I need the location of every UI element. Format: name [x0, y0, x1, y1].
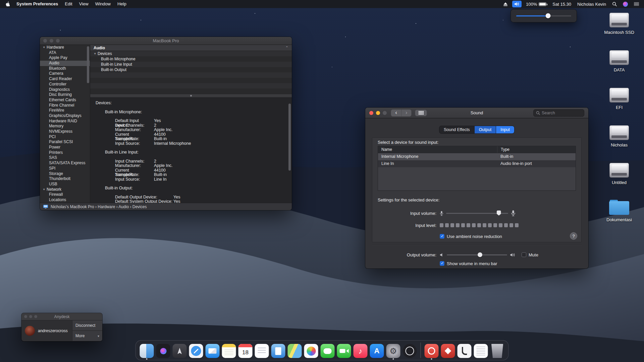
output-volume-knob[interactable]: [478, 252, 482, 257]
eject-menu-item[interactable]: [500, 0, 511, 8]
dock-icon-anydesk[interactable]: [425, 344, 439, 358]
close-button[interactable]: [24, 315, 27, 318]
sidebar-section-network[interactable]: ▼Network: [40, 187, 90, 192]
close-button[interactable]: [43, 39, 47, 43]
desktop-icon-nicholas[interactable]: Nicholas: [599, 125, 639, 147]
column-header-type[interactable]: Type: [497, 146, 576, 153]
input-volume-slider[interactable]: [446, 213, 508, 214]
dock-icon-music[interactable]: [354, 344, 368, 358]
dock-icon-clock[interactable]: [403, 344, 417, 358]
dock-icon-hook-tool[interactable]: [458, 344, 472, 358]
dock-icon-pages[interactable]: [271, 344, 285, 358]
volume-popover-slider[interactable]: [516, 15, 571, 16]
panel-header-audio[interactable]: Audio ⌃: [90, 45, 292, 51]
menu-window[interactable]: Window: [92, 0, 114, 8]
sidebar-item-card-reader[interactable]: Card Reader: [40, 76, 90, 82]
desktop-icon-macintosh-ssd[interactable]: Macintosh SSD: [599, 13, 639, 35]
sidebar-item-locations[interactable]: Locations: [40, 197, 90, 203]
sidebar-item-hardware-raid[interactable]: Hardware RAID: [40, 119, 90, 124]
search-input[interactable]: [542, 111, 582, 115]
table-row-internal-microphone[interactable]: Internal Microphone Built-in: [378, 153, 576, 160]
dock-icon-textedit[interactable]: [474, 344, 488, 358]
minimize-button[interactable]: [50, 39, 53, 43]
dock-icon-reminders[interactable]: [255, 344, 269, 358]
sidebar-item-bluetooth[interactable]: Bluetooth: [40, 66, 90, 71]
sidebar-item-firewall[interactable]: Firewall: [40, 192, 90, 197]
sysinfo-titlebar[interactable]: MacBook Pro: [40, 37, 292, 45]
desktop-icon-dokumentasi[interactable]: Dokumentasi: [599, 200, 639, 222]
disclosure-triangle-icon[interactable]: ▼: [43, 187, 47, 192]
sidebar-item-thunderbolt[interactable]: Thunderbolt: [40, 176, 90, 182]
sidebar-section-hardware[interactable]: ▼Hardware: [40, 45, 90, 50]
tab-output[interactable]: Output: [474, 126, 496, 133]
tab-input[interactable]: Input: [496, 126, 514, 133]
menu-help[interactable]: Help: [114, 0, 130, 8]
zoom-button[interactable]: [34, 315, 37, 318]
dock-icon-photos[interactable]: [304, 344, 318, 358]
sidebar-item-graphics-displays[interactable]: Graphics/Displays: [40, 113, 90, 119]
dock-icon-anydesk-classic[interactable]: [441, 344, 455, 358]
desktop-icon-data[interactable]: DATA: [599, 50, 639, 72]
dock-icon-calendar[interactable]: 18: [238, 344, 253, 358]
desktop-icon-efi[interactable]: EFI: [599, 88, 639, 110]
help-button[interactable]: ?: [570, 232, 577, 240]
sidebar-item-pci[interactable]: PCI: [40, 134, 90, 140]
user-menu-item[interactable]: Nicholas Kevin: [574, 0, 609, 8]
minimize-button[interactable]: [29, 315, 32, 318]
sidebar-item-sata[interactable]: SATA/SATA Express: [40, 161, 90, 166]
sidebar-item-memory[interactable]: Memory: [40, 124, 90, 129]
sidebar-item-ata[interactable]: ATA: [40, 50, 90, 56]
zoom-button[interactable]: [56, 39, 60, 43]
details-scrollbar[interactable]: [288, 104, 291, 171]
mute-checkbox[interactable]: [522, 252, 526, 257]
forward-button[interactable]: ›: [401, 110, 411, 116]
sidebar-item-disc-burning[interactable]: Disc Burning: [40, 92, 90, 98]
sidebar-item-storage[interactable]: Storage: [40, 171, 90, 177]
siri-menu-item[interactable]: [620, 0, 631, 8]
dock-icon-finder[interactable]: [140, 344, 154, 358]
tab-sound-effects[interactable]: Sound Effects: [439, 126, 474, 133]
volume-menu-item[interactable]: [512, 1, 522, 7]
sidebar-item-fibre-channel[interactable]: Fibre Channel: [40, 103, 90, 108]
sidebar-item-parallel-scsi[interactable]: Parallel SCSI: [40, 139, 90, 145]
disclosure-triangle-icon[interactable]: ▼: [43, 45, 47, 50]
minimize-button[interactable]: [376, 111, 380, 115]
desktop-icon-untitled[interactable]: Untitled: [599, 163, 639, 185]
sidebar-item-usb[interactable]: USB: [40, 182, 90, 187]
spotlight-menu-item[interactable]: [609, 0, 620, 8]
sidebar-item-diagnostics[interactable]: Diagnostics: [40, 87, 90, 93]
dock-icon-facetime[interactable]: [337, 344, 351, 358]
disconnect-button[interactable]: Disconnect: [72, 320, 102, 330]
sound-titlebar[interactable]: ‹ › Sound: [365, 108, 588, 118]
output-volume-slider[interactable]: [447, 254, 507, 255]
input-volume-knob[interactable]: [497, 210, 501, 216]
battery-menu-item[interactable]: 100%: [523, 0, 549, 8]
table-row-line-in[interactable]: Line In Audio line-in port: [378, 160, 576, 167]
zoom-button[interactable]: [383, 111, 387, 115]
sidebar-item-printers[interactable]: Printers: [40, 150, 90, 156]
apple-menu[interactable]: [2, 1, 13, 7]
device-row-built-in-output[interactable]: Built-in Output: [90, 67, 292, 72]
disclosure-triangle-icon[interactable]: ▼: [94, 51, 98, 56]
dock-icon-launchpad[interactable]: [173, 344, 187, 358]
sidebar-item-controller[interactable]: Controller: [40, 82, 90, 87]
anydesk-titlebar[interactable]: Anydesk: [21, 313, 102, 320]
collapse-chevron-icon[interactable]: ⌃: [285, 46, 288, 50]
dock-icon-app-store[interactable]: [370, 344, 384, 358]
search-field[interactable]: [533, 109, 584, 117]
dock-icon-safari[interactable]: [189, 344, 203, 358]
clock-menu-item[interactable]: Sat 15.30: [549, 0, 574, 8]
dock-icon-messages[interactable]: [321, 344, 335, 358]
sidebar-item-sas[interactable]: SAS: [40, 155, 90, 161]
app-menu-title[interactable]: System Preferences: [13, 0, 61, 8]
dock-icon-mail[interactable]: [206, 344, 220, 358]
sidebar-item-spi[interactable]: SPI: [40, 166, 90, 171]
sidebar-item-ethernet-cards[interactable]: Ethernet Cards: [40, 98, 90, 103]
notification-center-menu-item[interactable]: [631, 0, 642, 8]
more-button[interactable]: More: [72, 330, 102, 341]
dock-icon-trash[interactable]: [490, 344, 504, 358]
close-button[interactable]: [369, 111, 373, 115]
dock-icon-siri[interactable]: [156, 344, 170, 358]
dock-icon-system-preferences[interactable]: [386, 344, 400, 358]
column-header-name[interactable]: Name: [378, 146, 497, 153]
